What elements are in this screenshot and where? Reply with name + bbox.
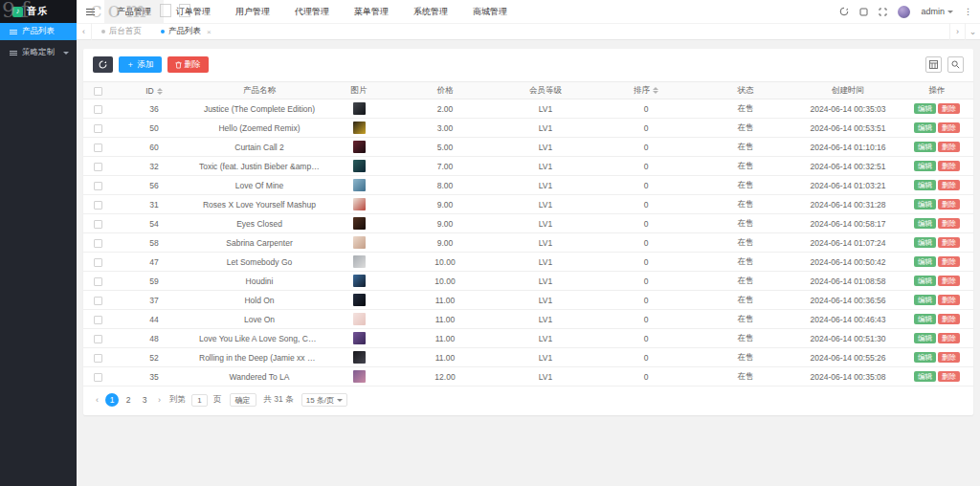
edit-button[interactable]: 编辑: [914, 276, 936, 287]
page-number-3[interactable]: 3: [138, 393, 151, 407]
cell-status: 在售: [696, 214, 795, 233]
delete-button[interactable]: 删除: [938, 276, 960, 287]
topnav-tab-用户管理[interactable]: 用户管理: [223, 0, 282, 23]
cell-actions: 编辑删除: [901, 157, 973, 176]
select-all-checkbox[interactable]: [94, 87, 102, 96]
sidebar-item-产品列表[interactable]: 产品列表: [0, 23, 77, 40]
row-checkbox[interactable]: [94, 105, 102, 114]
edit-button[interactable]: 编辑: [914, 352, 936, 364]
delete-button[interactable]: 删除: [938, 218, 960, 230]
edit-button[interactable]: 编辑: [914, 161, 936, 172]
page-input[interactable]: [191, 394, 208, 407]
edit-button[interactable]: 编辑: [914, 199, 936, 210]
page-number-2[interactable]: 2: [122, 393, 135, 407]
page-size-select[interactable]: 15 条/页: [301, 393, 347, 407]
goto-label: 到第: [169, 394, 186, 406]
edit-button[interactable]: 编辑: [914, 256, 936, 268]
delete-button[interactable]: 删除: [938, 333, 960, 344]
delete-button[interactable]: 删除: [167, 56, 209, 73]
delete-button[interactable]: 删除: [938, 180, 960, 191]
tabs-scroll-right-icon[interactable]: ›: [949, 23, 965, 40]
delete-button[interactable]: 删除: [938, 122, 960, 134]
row-checkbox[interactable]: [94, 239, 102, 248]
edit-button[interactable]: 编辑: [914, 142, 936, 153]
topnav-tab-商城管理[interactable]: 商城管理: [460, 0, 520, 23]
sort-icon[interactable]: [653, 87, 658, 94]
sort-icon[interactable]: [157, 88, 163, 95]
page-tab-后台首页[interactable]: 后台首页: [92, 23, 151, 40]
filter-columns-button[interactable]: [925, 56, 942, 73]
row-checkbox[interactable]: [94, 201, 102, 210]
row-checkbox[interactable]: [94, 277, 102, 286]
search-button[interactable]: [947, 56, 964, 73]
row-checkbox[interactable]: [94, 373, 102, 382]
edit-button[interactable]: 编辑: [914, 218, 936, 230]
add-button[interactable]: ＋添加: [119, 56, 162, 73]
tabs-menu-icon[interactable]: ⌄: [965, 23, 980, 40]
sidebar-item-策略定制[interactable]: 策略定制: [0, 44, 77, 61]
cell-image: [323, 310, 395, 329]
user-menu[interactable]: admin: [921, 7, 953, 16]
delete-button[interactable]: 删除: [938, 199, 960, 210]
column-header-状态: 状态: [696, 82, 795, 99]
edit-button[interactable]: 编辑: [914, 237, 936, 249]
row-checkbox[interactable]: [94, 182, 102, 190]
delete-button[interactable]: 删除: [938, 371, 960, 383]
menu-toggle-icon[interactable]: [77, 9, 104, 15]
trash-icon: [175, 61, 182, 69]
column-header-排序[interactable]: 排序: [596, 82, 696, 99]
clear-cache-icon[interactable]: [859, 8, 868, 16]
fullscreen-icon[interactable]: [879, 8, 887, 16]
topnav-tab-系统管理[interactable]: 系统管理: [401, 0, 460, 23]
row-checkbox[interactable]: [94, 354, 102, 363]
column-header-ID[interactable]: ID: [112, 82, 196, 99]
column-header-操作: 操作: [901, 82, 973, 99]
row-checkbox[interactable]: [94, 335, 102, 343]
topnav-tab-代理管理[interactable]: 代理管理: [282, 0, 342, 23]
delete-button[interactable]: 删除: [938, 142, 960, 153]
row-checkbox[interactable]: [94, 297, 102, 305]
column-header-label: 操作: [929, 85, 946, 95]
row-checkbox[interactable]: [94, 220, 102, 229]
cell-time: 2024-06-14 00:50:42: [795, 253, 901, 272]
cell-time: 2024-06-14 01:07:24: [795, 233, 901, 253]
delete-button[interactable]: 删除: [938, 237, 960, 249]
edit-button[interactable]: 编辑: [914, 295, 936, 306]
cell-status: 在售: [696, 348, 795, 367]
edit-button[interactable]: 编辑: [914, 122, 936, 134]
delete-button[interactable]: 删除: [938, 295, 960, 306]
topnav-tab-菜单管理[interactable]: 菜单管理: [342, 0, 401, 23]
edit-button[interactable]: 编辑: [914, 314, 936, 325]
refresh-icon[interactable]: [839, 7, 849, 16]
row-checkbox[interactable]: [94, 258, 102, 267]
user-avatar[interactable]: [898, 6, 910, 18]
edit-button[interactable]: 编辑: [914, 371, 936, 383]
more-menu-icon[interactable]: ⋮: [964, 7, 972, 16]
prev-page-button[interactable]: ‹: [93, 395, 101, 405]
cell-image: [323, 195, 395, 214]
next-page-button[interactable]: ›: [155, 395, 164, 405]
edit-button[interactable]: 编辑: [914, 333, 936, 344]
delete-button[interactable]: 删除: [938, 352, 960, 364]
delete-button[interactable]: 删除: [938, 256, 960, 268]
row-checkbox[interactable]: [94, 124, 102, 133]
delete-button[interactable]: 删除: [938, 161, 960, 172]
edit-button[interactable]: 编辑: [914, 180, 936, 191]
row-checkbox[interactable]: [94, 144, 102, 152]
tabs-scroll-left-icon[interactable]: ‹: [77, 23, 92, 40]
refresh-button[interactable]: [93, 56, 113, 73]
delete-button[interactable]: 删除: [938, 103, 960, 115]
topnav-tab-产品管理[interactable]: 产品管理: [104, 0, 164, 23]
cell-time: 2024-06-14 00:35:08: [795, 367, 901, 387]
close-icon[interactable]: ×: [207, 28, 212, 36]
row-checkbox[interactable]: [94, 163, 102, 171]
row-checkbox-cell: [83, 348, 112, 367]
delete-button[interactable]: 删除: [938, 314, 960, 325]
page-number-1[interactable]: 1: [105, 393, 119, 407]
confirm-page-button[interactable]: 确定: [230, 393, 256, 407]
edit-button[interactable]: 编辑: [914, 103, 936, 115]
topnav-tab-订单管理[interactable]: 订单管理: [164, 0, 223, 23]
cell-sort: 0: [596, 291, 696, 310]
page-tab-产品列表[interactable]: 产品列表×: [151, 23, 221, 40]
row-checkbox[interactable]: [94, 316, 102, 324]
